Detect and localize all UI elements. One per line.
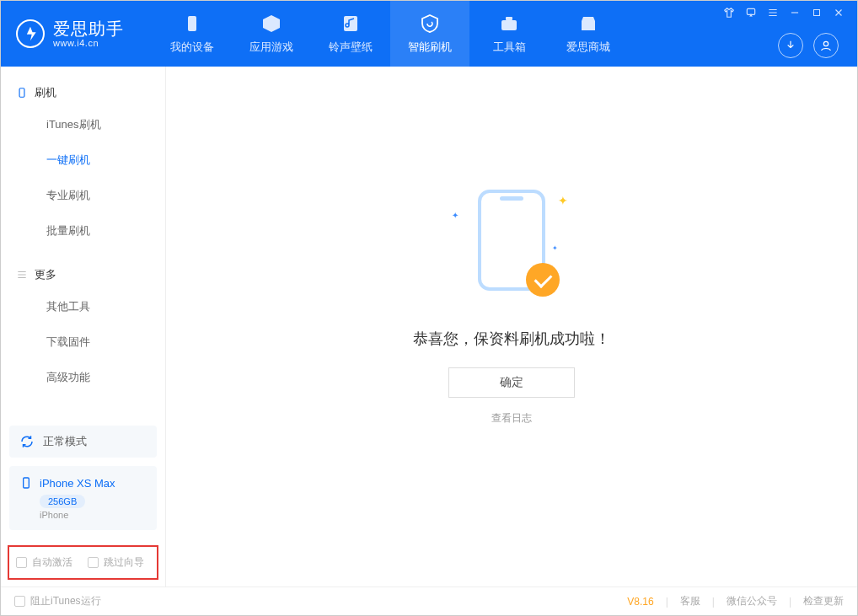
sidebar-header-label: 更多 [35,267,56,282]
checkbox-skip-guide[interactable]: 跳过向导 [88,555,144,570]
minimize-icon[interactable] [788,6,802,19]
svg-rect-7 [19,88,24,98]
tab-label: 爱思商城 [566,40,610,55]
device-mode-box[interactable]: 正常模式 [9,426,157,458]
version-label: V8.16 [627,596,653,608]
sidebar-header-label: 刷机 [35,85,56,100]
svg-rect-0 [188,16,196,31]
success-illustration: ✦ ✦ ✦ [457,185,566,303]
maximize-icon[interactable] [810,6,823,19]
footer-link-update[interactable]: 检查更新 [803,594,844,608]
store-icon [577,13,599,35]
device-capacity: 256GB [40,495,85,508]
checkmark-badge-icon [526,263,560,297]
device-info-box[interactable]: iPhone XS Max 256GB iPhone [9,466,157,530]
device-mode-label: 正常模式 [43,434,87,449]
sidebar-item-other-tools[interactable]: 其他工具 [1,289,165,324]
tab-label: 工具箱 [493,40,526,55]
sparkle-icon: ✦ [552,244,558,252]
shirt-icon[interactable] [722,6,736,19]
checkbox-icon [88,557,99,568]
window-controls [722,1,854,19]
app-subtitle: www.i4.cn [53,38,124,48]
sparkle-icon: ✦ [452,211,458,220]
close-icon[interactable] [832,6,845,19]
svg-rect-2 [501,20,517,30]
sidebar-item-pro-flash[interactable]: 专业刷机 [1,178,165,213]
checkbox-icon [16,557,27,568]
feedback-icon[interactable] [744,6,758,19]
success-message: 恭喜您，保资料刷机成功啦！ [413,329,610,349]
sidebar-item-itunes-flash[interactable]: iTunes刷机 [1,107,165,142]
ok-button[interactable]: 确定 [448,367,575,398]
music-icon [340,13,362,35]
download-button[interactable] [778,33,803,58]
tab-label: 应用游戏 [249,40,293,55]
app-logo-icon [16,19,45,48]
sidebar-header-flash: 刷机 [1,78,165,107]
tab-store[interactable]: 爱思商城 [549,1,628,67]
cube-icon [260,13,282,35]
toolbox-icon [498,13,520,35]
app-title: 爱思助手 [53,19,124,38]
tab-label: 我的设备 [170,40,214,55]
device-name: iPhone XS Max [40,477,115,490]
logo-area: 爱思助手 www.i4.cn [1,1,153,67]
footer-link-service[interactable]: 客服 [680,594,700,608]
checkbox-auto-activate[interactable]: 自动激活 [16,555,72,570]
view-log-link[interactable]: 查看日志 [491,411,532,426]
options-highlight-box: 自动激活 跳过向导 [8,545,158,580]
sidebar-item-advanced[interactable]: 高级功能 [1,360,165,395]
checkbox-block-itunes[interactable]: 阻止iTunes运行 [14,594,101,608]
sidebar-item-oneclick-flash[interactable]: 一键刷机 [1,142,165,178]
app-header: 爱思助手 www.i4.cn 我的设备 应用游戏 铃声壁纸 智能刷机 工具箱 爱… [1,1,857,67]
device-icon [181,13,203,35]
tab-smart-flash[interactable]: 智能刷机 [390,1,469,67]
svg-rect-3 [506,17,512,20]
svg-point-6 [823,41,828,46]
menu-icon[interactable] [766,6,780,19]
tab-label: 铃声壁纸 [329,40,373,55]
tab-my-device[interactable]: 我的设备 [153,1,232,67]
checkbox-label: 自动激活 [32,555,72,570]
footer-link-wechat[interactable]: 微信公众号 [727,594,777,608]
main-content: ✦ ✦ ✦ 恭喜您，保资料刷机成功啦！ 确定 查看日志 [166,67,857,587]
shield-refresh-icon [419,13,441,35]
sidebar: 刷机 iTunes刷机 一键刷机 专业刷机 批量刷机 更多 其他工具 下载固件 … [1,67,166,587]
tab-apps-games[interactable]: 应用游戏 [232,1,311,67]
sidebar-header-more: 更多 [1,260,165,289]
sidebar-item-batch-flash[interactable]: 批量刷机 [1,213,165,249]
list-icon [16,269,28,281]
sparkle-icon: ✦ [558,194,568,207]
svg-rect-5 [814,10,820,16]
checkbox-label: 跳过向导 [104,555,144,570]
checkbox-label: 阻止iTunes运行 [30,594,101,608]
svg-rect-8 [24,478,29,488]
footer-bar: 阻止iTunes运行 V8.16 | 客服 | 微信公众号 | 检查更新 [1,587,857,615]
user-button[interactable] [813,33,839,58]
tab-label: 智能刷机 [408,40,452,55]
sidebar-item-download-firmware[interactable]: 下载固件 [1,324,165,360]
device-type: iPhone [40,510,147,520]
tab-toolbox[interactable]: 工具箱 [469,1,549,67]
header-right [722,1,857,67]
phone-icon [19,476,33,490]
sync-icon [19,434,35,449]
checkbox-icon [14,596,25,607]
tab-ringtone-wallpaper[interactable]: 铃声壁纸 [311,1,390,67]
phone-icon [16,87,28,99]
top-tabs: 我的设备 应用游戏 铃声壁纸 智能刷机 工具箱 爱思商城 [153,1,628,67]
